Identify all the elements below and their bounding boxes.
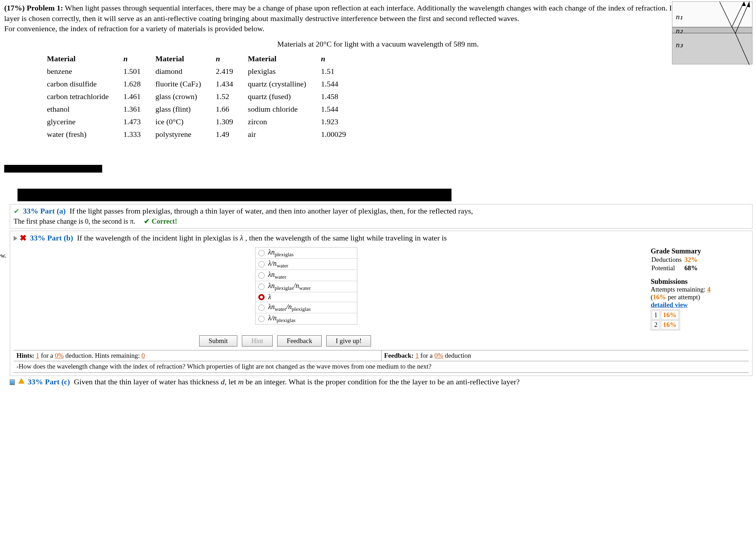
table-cell: 1.51 [321, 65, 360, 77]
hint-text: -How does the wavelength change with the… [14, 361, 749, 373]
table-cell: carbon tetrachloride [47, 91, 123, 103]
choice-option[interactable]: λ/nwater [255, 259, 357, 270]
svg-marker-6 [747, 2, 750, 7]
hint-button[interactable]: Hint [242, 335, 273, 347]
part-b-percent: 33% [30, 233, 46, 242]
svg-line-2 [732, 27, 735, 33]
radio-icon[interactable] [258, 316, 265, 322]
feedback-count[interactable]: 1 [415, 352, 419, 359]
part-a-feedback: Correct! [144, 217, 177, 225]
table-cell: diamond [155, 65, 215, 77]
table-cell: polystyrene [155, 128, 215, 140]
table-cell: air [248, 128, 320, 140]
part-c-prompt: Given that the thin layer of water has t… [74, 377, 520, 386]
part-b-label: Part (b) [47, 233, 73, 242]
part-a-percent: 33% [23, 207, 38, 215]
col-head-material-1: Material [47, 53, 123, 65]
table-cell: 1.309 [216, 116, 247, 128]
radio-icon[interactable] [258, 284, 265, 290]
submissions-title: Submissions [651, 278, 745, 286]
part-a-prompt: If the light passes from plexiglas, thro… [70, 207, 473, 215]
feedback-ded: deduction [445, 352, 471, 359]
attempt-pct: 16% [653, 293, 666, 301]
table-cell: 1.544 [321, 78, 360, 90]
detailed-view-link[interactable]: detailed view [651, 301, 745, 309]
potential-value: 68% [685, 264, 700, 272]
col-head-material-3: Material [248, 53, 320, 65]
table-cell: 1.66 [216, 103, 247, 115]
radio-icon[interactable] [258, 250, 265, 256]
x-icon: ✖ [20, 233, 27, 243]
col-head-n-3: n [321, 53, 360, 65]
radio-icon[interactable] [258, 261, 265, 267]
hints-for: for a [41, 352, 53, 359]
radio-icon[interactable] [258, 272, 265, 279]
choice-option-selected[interactable]: λ [255, 292, 357, 302]
submit-button[interactable]: Submit [199, 335, 237, 347]
feedback-button[interactable]: Feedback [277, 335, 322, 347]
table-cell: ice (0°C) [155, 116, 215, 128]
choice-option[interactable]: λnwater/nplexiglas [255, 302, 357, 313]
radio-icon[interactable] [258, 305, 265, 311]
part-a-answer: The first phase change is 0, the second … [14, 217, 135, 225]
deductions-label: Deductions [651, 256, 684, 264]
table-cell: zircon [248, 116, 320, 128]
hints-feedback-bar: Hints: 1 for a 0% deduction. Hints remai… [14, 350, 749, 361]
attempt-num: 1 [652, 310, 660, 320]
table-cell: 1.49 [216, 128, 247, 140]
table-cell: 1.434 [216, 78, 247, 90]
per-attempt-label: per attempt) [668, 293, 700, 301]
svg-line-1 [732, 2, 744, 27]
attempt-history: 116% 216% [651, 309, 680, 330]
giveup-button[interactable]: I give up! [326, 335, 371, 347]
grade-summary: Grade Summary Deductions32% Potential68%… [651, 247, 749, 330]
hints-remaining[interactable]: 0 [141, 352, 145, 359]
potential-label: Potential [651, 264, 684, 272]
table-cell: carbon disulfide [47, 78, 123, 90]
choice-option[interactable]: λnplexiglas/nwater [255, 281, 357, 292]
svg-line-4 [735, 33, 749, 65]
table-cell: 1.544 [321, 103, 360, 115]
attempt-pct: 16% [661, 320, 679, 329]
feedback-title: Feedback: [384, 352, 414, 359]
thin-film-diagram: n₁ n₂ n₃ [672, 1, 752, 64]
grade-title: Grade Summary [651, 247, 745, 255]
part-c-label: Part (c) [45, 377, 70, 386]
table-caption: Materials at 20°C for light with a vacuu… [4, 40, 752, 49]
attempt-pct: 16% [661, 310, 679, 320]
table-cell: quartz (fused) [248, 91, 320, 103]
radio-icon-selected[interactable] [258, 294, 265, 300]
hints-count[interactable]: 1 [36, 352, 39, 359]
col-head-n-1: n [124, 53, 155, 65]
table-cell: 1.333 [124, 128, 155, 140]
attempt-num: 2 [652, 320, 660, 329]
table-cell: glycerine [47, 116, 123, 128]
table-cell: 1.361 [124, 103, 155, 115]
feedback-pct[interactable]: 0% [434, 352, 443, 359]
table-cell: glass (flint) [155, 103, 215, 115]
table-cell: 1.461 [124, 91, 155, 103]
attempts-value: 4 [707, 286, 710, 293]
choice-option[interactable]: λ/nplexiglas [255, 313, 357, 324]
hints-pct[interactable]: 0% [55, 352, 64, 359]
checkmark-icon: ✔ [14, 207, 20, 215]
choice-option[interactable]: λnwater [255, 270, 357, 281]
feedback-for: for a [420, 352, 433, 359]
table-cell: 2.419 [216, 65, 247, 77]
n2-label: n₂ [676, 26, 683, 35]
hints-title: Hints: [16, 352, 34, 359]
attempts-label: Attempts remaining: [651, 286, 706, 293]
choice-option[interactable]: λnplexiglas [255, 247, 357, 259]
table-cell: sodium chloride [248, 103, 320, 115]
redacted-bar [4, 165, 102, 173]
table-cell: fluorite (CaF₂) [155, 78, 215, 90]
table-cell: 1.923 [321, 116, 360, 128]
materials-table: Material n Material n Material n benzene… [46, 52, 360, 141]
n3-label: n₃ [676, 40, 683, 49]
table-cell: ethanol [47, 103, 123, 115]
table-cell: 1.628 [124, 78, 155, 90]
ew-label: ew. [0, 252, 6, 259]
table-cell: 1.52 [216, 91, 247, 103]
col-head-material-2: Material [155, 53, 215, 65]
part-a-label: Part (a) [40, 207, 66, 215]
